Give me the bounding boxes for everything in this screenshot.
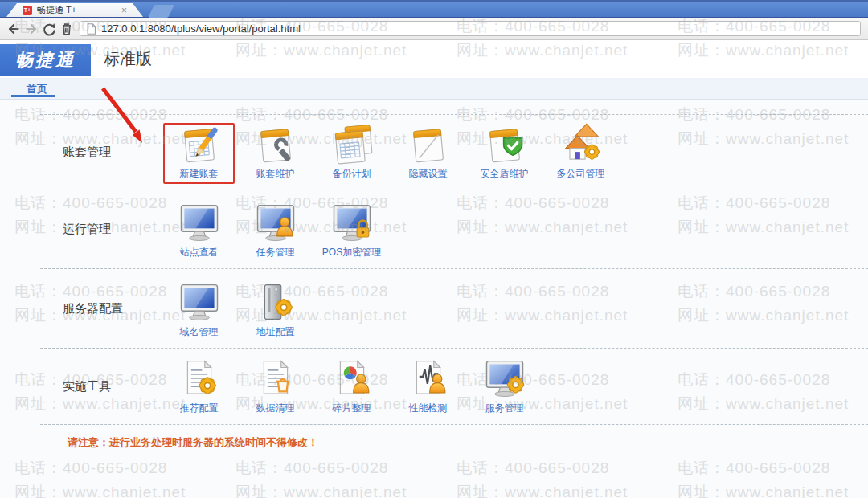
app-item-label: POS加密管理 xyxy=(322,246,381,259)
forward-button[interactable] xyxy=(23,20,40,38)
monitor-person-icon xyxy=(254,201,297,244)
section-account-set: 账套管理 新建账套 账套维护 xyxy=(40,114,868,190)
app-item-label: 任务管理 xyxy=(256,246,295,259)
app-item-task-management[interactable]: 任务管理 xyxy=(237,190,313,268)
notepad-blank-icon xyxy=(407,122,450,165)
app-item-backup-plan[interactable]: 备份计划 xyxy=(313,115,390,190)
houses-gear-icon xyxy=(559,122,603,165)
document-bin-icon xyxy=(254,357,297,400)
app-item-data-cleanup[interactable]: 数据清理 xyxy=(237,349,313,424)
app-item-label: 隐藏设置 xyxy=(409,167,448,181)
app-item-label: 服务管理 xyxy=(485,402,524,415)
browser-toolbar: 127.0.0.1:8080/tplus/view/portal/portal.… xyxy=(0,18,868,40)
app-item-multi-company-management[interactable]: 多公司管理 xyxy=(542,115,619,190)
section-label: 实施工具 xyxy=(40,379,161,394)
app-item-recommended-config[interactable]: 推荐配置 xyxy=(161,349,237,424)
monitor-gear-icon xyxy=(483,357,526,400)
server-gear-icon xyxy=(254,280,297,324)
app-item-security-shield-maintenance[interactable]: 安全盾维护 xyxy=(466,115,542,190)
page-icon xyxy=(85,22,96,35)
app-item-label: 备份计划 xyxy=(333,167,371,181)
app-item-label: 多公司管理 xyxy=(557,167,605,181)
app-item-label: 安全盾维护 xyxy=(481,167,529,181)
browser-tab-strip: T+ 畅捷通 T+ × xyxy=(0,0,868,18)
notice-text: 请注意：进行业务处理时服务器的系统时间不得修改！ xyxy=(0,425,868,450)
tab-favicon-icon: T+ xyxy=(23,6,32,15)
app-item-account-set-maintenance[interactable]: 账套维护 xyxy=(237,115,313,190)
address-bar[interactable]: 127.0.0.1:8080/tplus/view/portal/portal.… xyxy=(80,21,861,36)
section-label: 服务器配置 xyxy=(40,301,161,316)
monitor-lock-icon xyxy=(330,201,374,244)
app-header: 畅捷通 标准版 xyxy=(0,40,868,78)
app-item-site-view[interactable]: 站点查看 xyxy=(161,190,237,268)
edition-label: 标准版 xyxy=(104,48,152,70)
section-label: 运行管理 xyxy=(40,222,161,237)
refresh-button[interactable] xyxy=(40,20,58,38)
tab-close-icon[interactable]: × xyxy=(121,6,127,15)
section-server-config: 服务器配置 域名管理 地址配置 xyxy=(40,269,868,349)
app-item-performance-check[interactable]: 性能检测 xyxy=(390,349,466,424)
app-item-label: 域名管理 xyxy=(180,325,219,339)
app-item-address-config[interactable]: 地址配置 xyxy=(237,269,313,348)
trash-button[interactable] xyxy=(58,20,76,38)
notepad-wrench-icon xyxy=(254,122,297,165)
tab-home-underline xyxy=(11,95,55,97)
app-item-domain-management[interactable]: 域名管理 xyxy=(161,269,237,348)
app-item-service-management[interactable]: 服务管理 xyxy=(466,349,542,424)
document-pie-person-icon xyxy=(330,357,374,400)
url-text: 127.0.0.1:8080/tplus/view/portal/portal.… xyxy=(101,22,301,35)
monitor-icon xyxy=(178,201,221,244)
app-item-label: 账套维护 xyxy=(256,167,295,181)
app-item-hide-settings[interactable]: 隐藏设置 xyxy=(390,115,466,190)
annotation-highlight-box xyxy=(163,123,235,184)
app-item-label: 推荐配置 xyxy=(180,402,219,415)
app-item-label: 站点查看 xyxy=(180,246,219,259)
document-gear-icon xyxy=(178,357,221,400)
browser-tab[interactable]: T+ 畅捷通 T+ × xyxy=(6,3,143,17)
app-item-label: 碎片整理 xyxy=(333,402,371,415)
app-item-label: 地址配置 xyxy=(256,325,295,339)
notepad-shield-icon xyxy=(483,122,526,165)
portal-tab-bar: 首页 xyxy=(0,78,868,100)
document-wave-person-icon xyxy=(407,357,450,400)
back-button[interactable] xyxy=(5,20,23,38)
new-tab-button[interactable] xyxy=(148,5,174,18)
app-item-new-account-set[interactable]: 新建账套 xyxy=(161,115,237,190)
notepad-stack-icon xyxy=(330,122,374,165)
monitor-icon xyxy=(178,280,221,324)
app-item-label: 数据清理 xyxy=(256,402,295,415)
app-item-pos-encryption-management[interactable]: POS加密管理 xyxy=(313,190,390,268)
section-operation: 运行管理 站点查看 任务管理 P xyxy=(40,190,868,269)
chanjet-logo: 畅捷通 xyxy=(0,44,91,76)
screenshot-root: T+ 畅捷通 T+ × 127.0.0.1:8080/tplus/view/po… xyxy=(0,0,868,498)
portal-content: 账套管理 新建账套 账套维护 xyxy=(0,100,868,498)
section-label: 账套管理 xyxy=(40,145,161,160)
app-item-defragmentation[interactable]: 碎片整理 xyxy=(313,349,390,424)
tab-title: 畅捷通 T+ xyxy=(37,4,117,16)
section-implementation-tools: 实施工具 推荐配置 数据清理 碎 xyxy=(40,349,868,425)
app-item-label: 性能检测 xyxy=(409,402,448,415)
